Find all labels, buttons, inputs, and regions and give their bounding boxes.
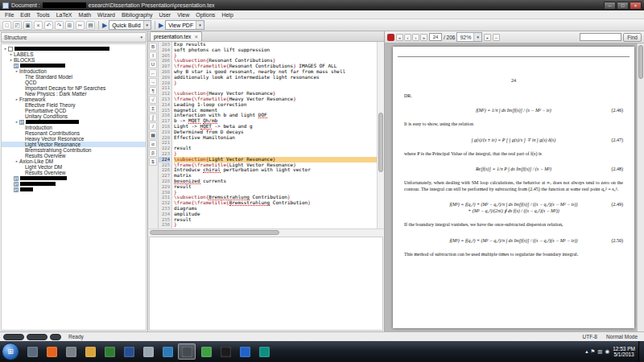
- menu-view[interactable]: View: [174, 12, 192, 18]
- scrollbar-thumb[interactable]: [378, 113, 383, 172]
- close-file-icon[interactable]: ×: [34, 21, 43, 30]
- show-desktop-button[interactable]: [638, 341, 644, 362]
- code-line[interactable]: \frame{\frametitle{Bremsstrahlung Contri…: [174, 200, 377, 206]
- first-page-button[interactable]: «: [396, 34, 403, 41]
- greek-beta-icon[interactable]: β: [149, 149, 157, 157]
- matrix-icon[interactable]: ▦: [149, 131, 157, 139]
- start-button[interactable]: ⊞: [2, 343, 19, 360]
- paragraph-icon[interactable]: ¶: [149, 87, 157, 95]
- taskbar-app-10[interactable]: [197, 343, 215, 360]
- code-line[interactable]: diagrams: [174, 206, 377, 212]
- structure-item-new-physics-dark-matter[interactable]: New Physics : Dark Matter: [2, 91, 146, 97]
- find-button[interactable]: Find: [623, 33, 642, 42]
- open-folder-icon[interactable]: ◰: [13, 21, 22, 30]
- arrow-right-icon[interactable]: →: [149, 78, 157, 86]
- structure-item-heavy-vector-resonance[interactable]: Heavy Vector Resonance: [2, 136, 146, 142]
- code-line[interactable]: result: [174, 146, 377, 151]
- code-line[interactable]: }: [174, 222, 377, 228]
- scrollbar-thumb[interactable]: [150, 230, 279, 235]
- tab-close-icon[interactable]: ✕: [194, 34, 198, 39]
- paste-icon[interactable]: ▤: [86, 21, 95, 30]
- maximize-button[interactable]: □: [617, 2, 629, 10]
- show-hidden-icons-button[interactable]: ▴: [585, 348, 588, 355]
- structure-item-labels[interactable]: ▸LABELS: [2, 51, 146, 57]
- editor-horizontal-scrollbar[interactable]: [148, 228, 384, 236]
- structure-item-qcd[interactable]: QCD: [2, 80, 146, 85]
- find-input[interactable]: [580, 33, 621, 41]
- view-pdf-combo[interactable]: View PDF ▼: [165, 20, 204, 30]
- volume-icon[interactable]: ◉: [605, 348, 610, 355]
- menu-edit[interactable]: Edit: [17, 12, 33, 18]
- last-page-button[interactable]: »: [420, 34, 427, 41]
- structure-item-blocks[interactable]: ▸BLOCKS: [2, 57, 146, 63]
- run-quick-build-button[interactable]: ▶: [102, 21, 107, 30]
- taskbar-app-1[interactable]: [23, 343, 41, 360]
- menu-tools[interactable]: Tools: [33, 12, 52, 18]
- quick-build-combo[interactable]: Quick Build ▼: [109, 20, 151, 30]
- undo-icon[interactable]: ↶: [44, 21, 53, 30]
- taskbar-app-11[interactable]: [217, 343, 234, 360]
- zoom-out-icon[interactable]: −: [493, 34, 500, 41]
- scrollbar-thumb[interactable]: [638, 45, 643, 79]
- code-line[interactable]: }: [174, 80, 377, 86]
- code-line[interactable]: amplitude: [174, 212, 377, 217]
- pdf-icon[interactable]: [387, 34, 394, 41]
- save-icon[interactable]: ▣: [23, 21, 32, 30]
- taskbar-clock[interactable]: 12:53 PM 5/1/2013: [613, 346, 635, 358]
- underline-icon[interactable]: U: [149, 60, 157, 68]
- structure-item-effective-field-theory[interactable]: Effective Field Theory: [2, 102, 146, 108]
- taskbar-app-13[interactable]: [255, 343, 273, 360]
- copy-icon[interactable]: ⊞: [65, 21, 74, 30]
- close-button[interactable]: ×: [630, 2, 642, 10]
- structure-item-unitary-conditions[interactable]: Unitary Conditions: [2, 113, 146, 119]
- taskbar-app-3[interactable]: [62, 343, 80, 360]
- bold-icon[interactable]: B: [149, 43, 157, 51]
- taskbar-texmaker-icon[interactable]: [178, 343, 196, 360]
- structure-item-results-overview[interactable]: Results Overview: [2, 170, 146, 175]
- menu-math[interactable]: Math: [76, 12, 95, 18]
- math-mode-icon[interactable]: $: [149, 158, 157, 166]
- structure-item-light-vector-resonance[interactable]: Light Vector Resonance: [2, 142, 146, 147]
- taskbar-app-6[interactable]: [120, 343, 138, 360]
- code-line[interactable]: result: [174, 184, 377, 190]
- toggle-log-button[interactable]: [27, 334, 47, 340]
- prev-page-button[interactable]: ‹: [404, 34, 411, 41]
- code-line[interactable]: bosonized currents: [174, 179, 377, 184]
- menu-wizard[interactable]: Wizard: [94, 12, 118, 18]
- structure-item-redacted[interactable]: ▸S: [2, 119, 146, 125]
- menu-bibliography[interactable]: Bibliography: [118, 12, 156, 18]
- code-line[interactable]: soft photons can lift suppression: [174, 47, 377, 53]
- toggle-structure-button[interactable]: [3, 334, 24, 340]
- structure-item-resonant-contributions[interactable]: Resonant Contributions: [2, 130, 146, 136]
- code-line[interactable]: Introduce chiral perturbation with light…: [174, 167, 377, 173]
- structure-item-redacted[interactable]: S: [2, 187, 146, 192]
- structure-item-introduction[interactable]: Introduction: [2, 125, 146, 130]
- taskbar-app-7[interactable]: [139, 343, 157, 360]
- structure-item-perturbative-qcd[interactable]: Perturbative QCD: [2, 108, 146, 113]
- code-line[interactable]: additionally look at intermediate light …: [174, 75, 377, 80]
- action-center-flag-icon[interactable]: ⚑: [591, 348, 596, 355]
- menu-latex[interactable]: LaTeX: [53, 12, 76, 18]
- cut-icon[interactable]: ✂: [76, 21, 85, 30]
- menu-file[interactable]: File: [2, 12, 17, 18]
- structure-item-the-standard-model[interactable]: The Standard Model: [2, 74, 146, 80]
- code-line[interactable]: [174, 140, 377, 146]
- zoom-in-icon[interactable]: +: [484, 34, 491, 41]
- greek-alpha-icon[interactable]: α: [149, 140, 157, 148]
- structure-item-redacted[interactable]: S: [2, 63, 146, 68]
- taskbar-app-8[interactable]: [159, 343, 176, 360]
- structure-item-important-decays-for-np-searches[interactable]: Important Decays for NP Searches: [2, 85, 146, 91]
- window-titlebar[interactable]: Document : esearch\Dissertation Presenta…: [0, 0, 644, 10]
- new-file-icon[interactable]: □: [2, 21, 11, 30]
- pdf-scrollbar[interactable]: [637, 43, 644, 331]
- page-number-input[interactable]: 24: [429, 33, 442, 41]
- structure-item-redacted[interactable]: ▸: [2, 46, 146, 51]
- italic-icon[interactable]: I: [149, 51, 157, 60]
- run-view-pdf-button[interactable]: ▶: [159, 21, 163, 30]
- structure-item-results-overview[interactable]: Results Overview: [2, 153, 146, 158]
- menu-options[interactable]: Options: [192, 12, 218, 18]
- taskbar-app-12[interactable]: [236, 343, 254, 360]
- structure-item-light-vector-dm[interactable]: Light Vector DM: [2, 164, 146, 170]
- chevron-down-icon[interactable]: ▼: [473, 33, 481, 41]
- taskbar-firefox-icon[interactable]: [43, 343, 60, 360]
